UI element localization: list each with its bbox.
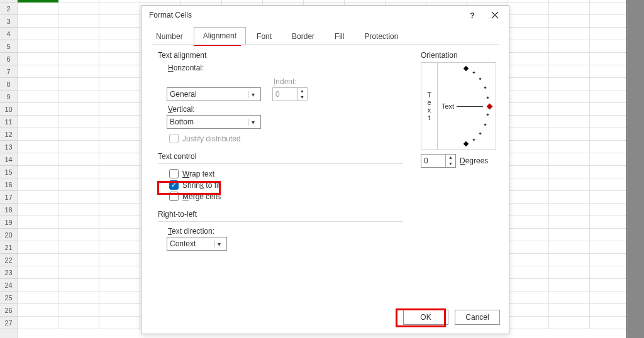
- row-header[interactable]: 3: [0, 15, 17, 28]
- close-button[interactable]: [484, 6, 506, 25]
- shrink-to-fit-label: Shrink to fit: [182, 181, 220, 190]
- vertical-value: Bottom: [170, 117, 194, 126]
- indent-value: 0: [275, 90, 280, 99]
- row-header[interactable]: 8: [0, 78, 17, 90]
- selected-cell[interactable]: [18, 0, 58, 3]
- row-header[interactable]: 21: [0, 241, 17, 254]
- vertical-label: Vertical:: [168, 105, 403, 114]
- horizontal-select[interactable]: General ▾: [167, 87, 261, 101]
- row-header[interactable]: 17: [0, 191, 17, 204]
- row-headers: 2 3 4 5 6 7 8 9 10 11 12 13 14 15 16 17 …: [0, 0, 18, 338]
- orientation-dial-text: Text: [441, 102, 454, 110]
- spin-down-icon[interactable]: ▼: [446, 161, 455, 167]
- format-cells-dialog: Format Cells ? Number Alignment Font Bor…: [141, 5, 509, 334]
- chevron-down-icon: ▾: [248, 91, 258, 98]
- row-header[interactable]: 15: [0, 166, 17, 178]
- spin-up-icon[interactable]: ▲: [297, 88, 307, 94]
- horizontal-label: Horizontal:: [168, 63, 403, 72]
- close-icon: [491, 11, 499, 19]
- text-alignment-group-label: Text alignment: [158, 51, 403, 60]
- spin-down-icon[interactable]: ▼: [297, 94, 307, 101]
- row-header[interactable]: 25: [0, 292, 17, 304]
- text-direction-label: Text direction:: [168, 227, 403, 236]
- row-header[interactable]: 19: [0, 216, 17, 229]
- row-header[interactable]: 18: [0, 204, 17, 216]
- vertical-select[interactable]: Bottom ▾: [167, 115, 261, 129]
- row-header[interactable]: 16: [0, 178, 17, 191]
- text-direction-select[interactable]: Context ▾: [167, 237, 227, 251]
- justify-distributed-label: Justify distributed: [182, 134, 241, 143]
- ok-button[interactable]: OK: [403, 310, 448, 325]
- row-header[interactable]: 27: [0, 317, 17, 329]
- indent-spinner[interactable]: 0 ▲▼: [272, 87, 308, 101]
- text-direction-value: Context: [170, 239, 196, 248]
- spin-up-icon[interactable]: ▲: [446, 155, 455, 161]
- dialog-title: Format Cells: [149, 11, 461, 19]
- shrink-to-fit-checkbox[interactable]: [169, 180, 179, 190]
- row-header[interactable]: 10: [0, 103, 17, 116]
- tab-border[interactable]: Border: [282, 28, 324, 45]
- row-header[interactable]: 13: [0, 141, 17, 153]
- row-header[interactable]: 4: [0, 28, 17, 40]
- row-header[interactable]: 9: [0, 90, 17, 103]
- row-header[interactable]: 2: [0, 3, 17, 15]
- orientation-dial[interactable]: Text: [438, 63, 496, 150]
- tab-fill[interactable]: Fill: [325, 28, 353, 45]
- degrees-spinner[interactable]: 0 ▲▼: [421, 154, 456, 168]
- row-header[interactable]: 20: [0, 229, 17, 241]
- orientation-group-label: Orientation: [421, 51, 496, 60]
- titlebar: Format Cells ?: [142, 6, 509, 25]
- rtl-group-label: Right-to-left: [158, 210, 403, 219]
- tab-protection[interactable]: Protection: [355, 28, 408, 45]
- degrees-label: Degrees: [460, 156, 488, 165]
- text-control-group-label: Text control: [158, 152, 403, 161]
- row-header[interactable]: 7: [0, 65, 17, 78]
- row-header[interactable]: 12: [0, 128, 17, 141]
- row-header[interactable]: 23: [0, 266, 17, 279]
- merge-cells-checkbox[interactable]: [169, 192, 179, 201]
- tabs: Number Alignment Font Border Fill Protec…: [142, 26, 509, 45]
- chevron-down-icon: ▾: [214, 241, 224, 248]
- tab-font[interactable]: Font: [247, 28, 281, 45]
- tab-number[interactable]: Number: [147, 28, 192, 45]
- wrap-text-checkbox[interactable]: [169, 169, 179, 178]
- row-header[interactable]: 22: [0, 254, 17, 266]
- orientation-vertical-text[interactable]: Text: [421, 63, 438, 150]
- right-strip: [626, 0, 644, 338]
- row-header[interactable]: 11: [0, 116, 17, 128]
- horizontal-value: General: [170, 90, 197, 99]
- indent-label: Indent:: [274, 77, 308, 86]
- row-header[interactable]: 5: [0, 40, 17, 53]
- orientation-control[interactable]: Text Text: [421, 62, 496, 150]
- wrap-text-label: Wrap text: [182, 170, 214, 178]
- row-header[interactable]: 24: [0, 279, 17, 292]
- merge-cells-label: Merge cells: [182, 192, 221, 201]
- tab-alignment[interactable]: Alignment: [194, 27, 246, 45]
- help-button[interactable]: ?: [461, 6, 484, 25]
- justify-distributed-checkbox: [169, 134, 179, 143]
- chevron-down-icon: ▾: [248, 119, 258, 126]
- degrees-value: 0: [424, 156, 428, 165]
- row-header[interactable]: 14: [0, 153, 17, 166]
- row-header[interactable]: 26: [0, 304, 17, 317]
- cancel-button[interactable]: Cancel: [455, 310, 500, 325]
- row-header[interactable]: 6: [0, 53, 17, 65]
